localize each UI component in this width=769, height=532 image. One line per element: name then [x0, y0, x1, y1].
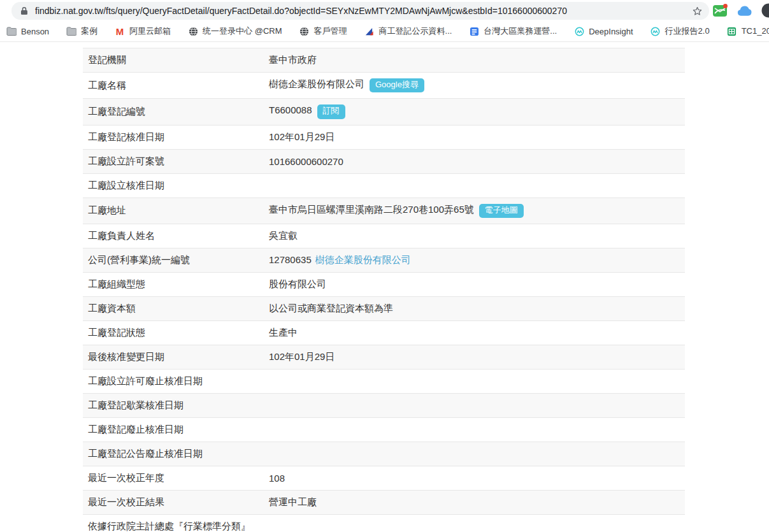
row-value-cell: [269, 173, 685, 198]
bookmarks-bar: Benson案例M阿里云邮箱统一登录中心 @CRM客戶管理商工登記公示資料...…: [0, 21, 769, 42]
row-label-cell: 工廠設立許可案號: [83, 149, 269, 173]
bookmark-item[interactable]: 统一登录中心 @CRM: [188, 25, 282, 37]
bookmark-label: 台灣大區業務運營...: [484, 25, 557, 37]
table-row: 工廠登記廢止核准日期: [83, 417, 685, 442]
row-value: 吳宜叡: [269, 230, 298, 241]
table-row: 工廠設立許可廢止核准日期: [83, 369, 685, 393]
bookmark-label: 客戶管理: [314, 25, 347, 37]
company-link[interactable]: 樹德企業股份有限公司: [315, 254, 411, 265]
row-label-cell: 工廠登記核准日期: [83, 125, 269, 149]
cloud-extension-icon[interactable]: [737, 3, 752, 18]
row-label-cell: 工廠組織型態: [83, 272, 269, 296]
bookmark-item[interactable]: M阿里云邮箱: [115, 25, 171, 37]
row-label-cell: 登記機關: [83, 48, 269, 73]
sheet-icon: [727, 27, 737, 36]
row-value-cell: 吳宜叡: [269, 224, 685, 248]
table-row: 公司(營利事業)統一編號12780635樹德企業股份有限公司: [83, 248, 685, 272]
mail-extension-icon[interactable]: [712, 3, 728, 18]
bookmark-item[interactable]: 商工登記公示資料...: [364, 25, 452, 37]
bookmark-label: 行业报告2.0: [665, 25, 710, 37]
row-label: 工廠設立許可廢止核准日期: [88, 375, 264, 387]
row-value: 10166000600270: [269, 156, 343, 167]
table-row: 工廠組織型態股份有限公司: [83, 272, 685, 296]
bookmark-label: 商工登記公示資料...: [379, 25, 452, 37]
row-label: 工廠登記歇業核准日期: [88, 399, 264, 412]
table-row: 工廠設立許可案號10166000600270: [83, 149, 685, 173]
row-label: 最近一次校正結果: [88, 496, 264, 508]
row-label-cell: 公司(營利事業)統一編號: [83, 248, 269, 272]
table-row: 工廠設立核准日期: [83, 173, 685, 198]
row-value: 臺中市烏日區螺潭里溪南路二段270巷100弄65號: [269, 204, 474, 215]
row-value-cell: T6600088訂閱: [269, 99, 685, 125]
factory-detail-table: 登記機關臺中市政府工廠名稱樹德企業股份有限公司Google搜尋工廠登記編號T66…: [83, 48, 685, 532]
row-value-cell: 股份有限公司: [269, 272, 685, 296]
wave-icon: [650, 27, 661, 36]
row-value: T6600088: [269, 104, 312, 115]
row-value: 102年01月29日: [269, 131, 334, 142]
row-label: 最近一次校正年度: [88, 472, 264, 484]
bookmark-star-icon[interactable]: [692, 6, 703, 17]
table-row: 工廠登記歇業核准日期: [83, 393, 685, 417]
row-value: 樹德企業股份有限公司: [269, 78, 364, 89]
row-value-cell: 108: [269, 466, 685, 490]
globe-icon: [299, 27, 310, 36]
table-row: 工廠負責人姓名吳宜叡: [83, 224, 685, 248]
row-label: 工廠登記廢止核准日期: [88, 424, 264, 436]
row-value: 生產中: [269, 327, 298, 338]
bookmark-item[interactable]: 台灣大區業務運營...: [469, 25, 557, 37]
bookmark-item[interactable]: DeepInsight: [574, 27, 633, 36]
browser-toolbar: findbiz.nat.gov.tw/fts/query/QueryFactDe…: [0, 0, 769, 21]
row-value: 102年01月29日: [269, 351, 334, 362]
row-label-cell: 工廠設立許可廢止核准日期: [83, 369, 269, 393]
row-label: 登記機關: [88, 54, 264, 66]
row-label-cell: 最近一次校正結果: [83, 490, 269, 514]
table-row: 工廠登記核准日期102年01月29日: [83, 125, 685, 149]
table-row: 工廠登記狀態生產中: [83, 320, 685, 345]
table-row: 依據行政院主計總處『行業標準分類』105年1月第10次修訂: [83, 514, 685, 532]
row-value-cell: 樹德企業股份有限公司Google搜尋: [269, 73, 685, 99]
bookmark-item[interactable]: 客戶管理: [299, 25, 347, 37]
row-label: 工廠資本額: [88, 303, 264, 315]
row-label-cell: 工廠登記公告廢止核准日期: [83, 442, 269, 466]
row-value: 12780635: [269, 254, 312, 265]
row-label: 工廠負責人姓名: [88, 230, 264, 242]
row-label: 工廠登記編號: [88, 106, 264, 118]
bookmark-item[interactable]: 案例: [66, 25, 97, 37]
row-value-cell: 10166000600270: [269, 149, 685, 173]
bookmark-item[interactable]: 行业报告2.0: [650, 25, 710, 37]
profile-icon[interactable]: [761, 3, 769, 18]
row-value-cell: 以公司或商業登記資本額為準: [269, 296, 685, 320]
table-row: 工廠登記編號T6600088訂閱: [83, 99, 685, 125]
row-label: 工廠設立核准日期: [88, 180, 264, 192]
url-text[interactable]: findbiz.nat.gov.tw/fts/query/QueryFactDe…: [35, 6, 567, 16]
bookmark-label: DeepInsight: [589, 27, 633, 36]
table-row: 登記機關臺中市政府: [83, 48, 685, 73]
row-label: 工廠地址: [88, 205, 264, 217]
doc-icon: [469, 27, 479, 36]
row-label: 依據行政院主計總處『行業標準分類』: [88, 521, 264, 532]
row-label-cell: 工廠名稱: [83, 73, 269, 99]
row-label: 最後核准變更日期: [88, 351, 264, 363]
value-badge[interactable]: Google搜尋: [370, 78, 424, 92]
address-bar[interactable]: findbiz.nat.gov.tw/fts/query/QueryFactDe…: [11, 2, 709, 20]
bookmark-item[interactable]: TC1_2021財年業績...: [727, 25, 769, 37]
row-value-cell: [269, 514, 685, 532]
row-label-cell: 工廠設立核准日期: [83, 173, 269, 198]
bookmark-item[interactable]: Benson: [6, 27, 49, 36]
row-label-cell: 依據行政院主計總處『行業標準分類』105年1月第10次修訂: [83, 514, 269, 532]
lock-icon[interactable]: [20, 6, 28, 15]
wave-icon: [574, 27, 584, 36]
row-value-cell: 生產中: [269, 320, 685, 345]
table-row: 工廠名稱樹德企業股份有限公司Google搜尋: [83, 73, 685, 99]
bookmark-label: 统一登录中心 @CRM: [203, 25, 282, 37]
row-value-cell: 營運中工廠: [269, 490, 685, 514]
extension-icons: [712, 0, 769, 21]
table-row: 工廠地址臺中市烏日區螺潭里溪南路二段270巷100弄65號電子地圖: [83, 198, 685, 224]
value-badge[interactable]: 電子地圖: [479, 204, 524, 218]
value-badge[interactable]: 訂閱: [317, 104, 345, 119]
row-label: 工廠設立許可案號: [88, 155, 264, 168]
row-label-cell: 工廠登記歇業核准日期: [83, 393, 269, 417]
row-value-cell: 102年01月29日: [269, 125, 685, 149]
row-value-cell: [269, 417, 685, 442]
row-value-cell: 12780635樹德企業股份有限公司: [269, 248, 685, 272]
